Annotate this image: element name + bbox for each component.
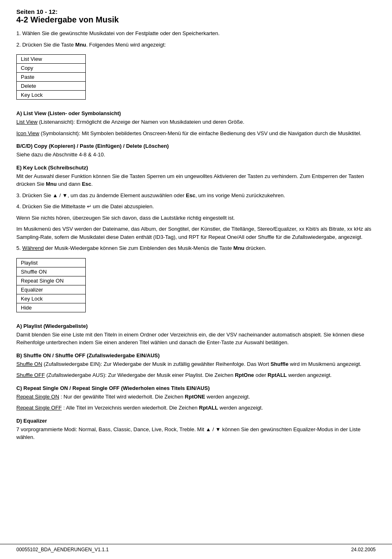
section-a-text1: List View (Listenansicht): Ermöglicht di… xyxy=(16,118,376,126)
menu-item-delete: Delete xyxy=(17,82,85,91)
menu-item-keylock: Key Lock xyxy=(17,91,85,99)
section-d-heading: D) Equalizer xyxy=(16,418,376,424)
step2-key: Mnu xyxy=(75,42,86,48)
section-e-key1: Mnu xyxy=(46,181,57,187)
menu-item-hide: Hide xyxy=(17,303,85,312)
page-section-number: Seiten 10 - 12: xyxy=(16,8,376,15)
step4-text1: 4. Drücken Sie die Mitteltaste ↵ um die … xyxy=(16,203,376,211)
footer-left: 00055102_BDA_AENDERUNGEN_V1.1.1 xyxy=(16,547,109,552)
step3-prefix: 3. Drücken Sie ▲ / ▼, um das zu ändernde… xyxy=(16,192,186,198)
section-e-heading: E) Key Lock (Schreibschutz) xyxy=(16,165,376,171)
section-a-listview-label: List View xyxy=(16,119,38,125)
menu-box-2: Playlist Shuffle ON Repeat Single ON Equ… xyxy=(16,258,86,312)
page-footer: 00055102_BDA_AENDERUNGEN_V1.1.1 24.02.20… xyxy=(0,544,392,552)
section-a-iconview-label: Icon View xyxy=(16,130,39,136)
menu-item-paste: Paste xyxy=(17,73,85,82)
step2-text: 2. Drücken Sie die Taste Mnu. Folgendes … xyxy=(16,41,376,49)
repeat-single-on-underline: Repeat Single ON xyxy=(16,394,59,400)
step5-suffix: drücken. xyxy=(244,245,266,251)
music-menu-text: Im Musikmenü des VSV werden der Dateinam… xyxy=(16,225,376,241)
section-c-text1-mid: : Nur der gewählte Titel wird wiederholt… xyxy=(59,394,250,400)
section-c-heading: C) Repeat Single ON / Repeat Single OFF … xyxy=(16,385,376,391)
step2-suffix: . Folgendes Menü wird angezeigt: xyxy=(86,42,166,48)
section-e-text3: . xyxy=(91,181,93,187)
step5-text: 5. Während der Musik-Wiedergabe können S… xyxy=(16,244,376,252)
menu-item-copy: Copy xyxy=(17,64,85,73)
step1-text: 1. Wählen Sie die gewünschte Musikdatei … xyxy=(16,29,376,38)
menu-box-1: List View Copy Paste Delete Key Lock xyxy=(16,54,86,100)
section-b2-text1-mid: (Zufallswiedergabe EIN): Zur Wiedergabe … xyxy=(42,361,361,367)
section-c-text2: Repeat Single OFF : Alle Titel im Verzei… xyxy=(16,404,376,412)
section-a-text1-rest: (Listenansicht): Ermöglicht die Anzeige … xyxy=(38,119,245,125)
menu-item-listview: List View xyxy=(17,55,85,64)
step3-key: Esc xyxy=(186,192,195,198)
menu-item-repeat-single-on: Repeat Single ON xyxy=(17,276,85,285)
section-bcd-heading: B/C/D) Copy (Kopieren) / Paste (Einfügen… xyxy=(16,143,376,149)
step3-suffix: , um ins vorige Menü zurückzukehren. xyxy=(195,192,285,198)
section-d-text: 7 vorprogrammierte Modi: Normal, Bass, C… xyxy=(16,425,376,441)
step5-key: Mnu xyxy=(234,245,245,251)
section-a-heading: A) List View (Listen- oder Symbolansicht… xyxy=(16,110,376,116)
section-b2-text1: Shuffle ON (Zufallswiedergabe EIN): Zur … xyxy=(16,360,376,368)
section-a2-heading: A) Playlist (Wiedergabeliste) xyxy=(16,323,376,329)
step2-prefix: 2. Drücken Sie die Taste xyxy=(16,42,75,48)
section-b2-text2: Shuffle OFF (Zufallswiedergabe AUS): Zur… xyxy=(16,371,376,379)
section-b2-heading: B) Shuffle ON / Shuffle OFF (Zufallswied… xyxy=(16,352,376,359)
section-b2-text2-mid: (Zufallswiedergabe AUS): Zur Wiedergabe … xyxy=(45,372,332,378)
shuffle-on-underline: Shuffle ON xyxy=(16,361,42,367)
step4-text2: Wenn Sie nichts hören, überzeugen Sie si… xyxy=(16,214,376,222)
step3-text: 3. Drücken Sie ▲ / ▼, um das zu ändernde… xyxy=(16,192,376,200)
section-a2-text: Damit blenden Sie eine Liste mit den Tit… xyxy=(16,331,376,347)
chapter-title: 4-2 Wiedergabe von Musik xyxy=(16,15,376,24)
section-c-text1: Repeat Single ON : Nur der gewählte Tite… xyxy=(16,393,376,401)
menu-item-equalizer: Equalizer xyxy=(17,285,85,294)
section-a-text2-rest: (Symbolansicht): Mit Symbolen bebilderte… xyxy=(39,130,361,136)
repeat-single-off-underline: Repeat Single OFF xyxy=(16,405,62,411)
section-c-text2-mid: : Alle Titel im Verzeichnis werden wiede… xyxy=(62,405,263,411)
section-e-text: Mit der Auswahl dieser Funktion können S… xyxy=(16,172,376,188)
section-bcd-text: Siehe dazu die Abschnitte 4-8 & 4-10. xyxy=(16,151,376,159)
menu-item-playlist: Playlist xyxy=(17,258,85,267)
footer-right: 24.02.2005 xyxy=(351,547,376,552)
menu-item-shuffle-on: Shuffle ON xyxy=(17,267,85,276)
section-e-key2: Esc xyxy=(82,181,91,187)
section-e-text2: und dann xyxy=(57,181,82,187)
menu-item-keylock2: Key Lock xyxy=(17,294,85,303)
step5-prefix: 5. Während der Musik-Wiedergabe können S… xyxy=(16,245,234,251)
shuffle-off-underline: Shuffle OFF xyxy=(16,372,45,378)
section-a-text2: Icon View (Symbolansicht): Mit Symbolen … xyxy=(16,129,376,138)
